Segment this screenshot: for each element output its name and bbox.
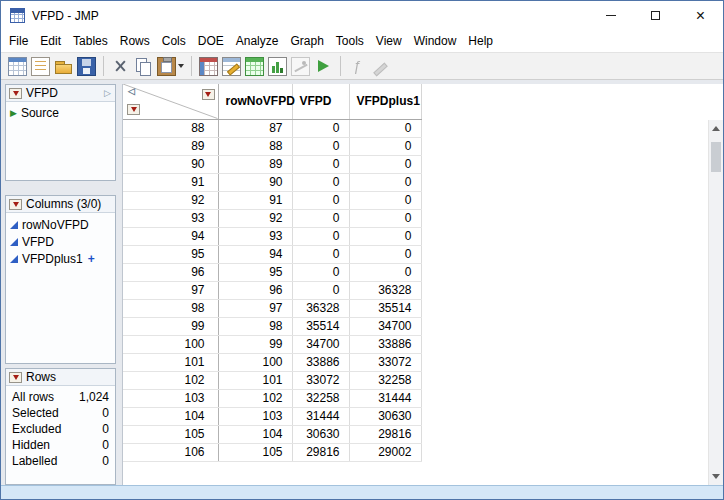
menu-item-edit[interactable]: Edit bbox=[34, 31, 67, 51]
data-cell[interactable]: 93 bbox=[218, 227, 292, 245]
scroll-up-button[interactable] bbox=[709, 121, 723, 136]
data-cell[interactable]: 35514 bbox=[349, 299, 421, 317]
menu-item-window[interactable]: Window bbox=[408, 31, 463, 51]
menu-item-rows[interactable]: Rows bbox=[114, 31, 156, 51]
data-cell[interactable]: 0 bbox=[292, 245, 349, 263]
data-cell[interactable]: 0 bbox=[292, 155, 349, 173]
data-cell[interactable]: 34700 bbox=[349, 317, 421, 335]
data-cell[interactable]: 32258 bbox=[292, 389, 349, 407]
row-number-cell[interactable]: 103 bbox=[123, 389, 218, 407]
row-number-cell[interactable]: 99 bbox=[123, 317, 218, 335]
paste-icon[interactable] bbox=[157, 57, 176, 76]
title-bar[interactable]: VFPD - JMP × bbox=[1, 1, 723, 30]
row-number-cell[interactable]: 93 bbox=[123, 209, 218, 227]
data-cell[interactable]: 0 bbox=[349, 155, 421, 173]
data-cell[interactable]: 101 bbox=[218, 371, 292, 389]
data-cell[interactable]: 99 bbox=[218, 335, 292, 353]
maximize-button[interactable] bbox=[633, 1, 678, 30]
cut-icon[interactable] bbox=[111, 57, 130, 76]
column-item[interactable]: rowNoVFPD bbox=[8, 216, 113, 233]
data-cell[interactable]: 0 bbox=[292, 281, 349, 299]
table-row[interactable]: 939200 bbox=[123, 209, 723, 227]
data-cell[interactable]: 0 bbox=[292, 119, 349, 137]
data-cell[interactable]: 95 bbox=[218, 263, 292, 281]
row-number-cell[interactable]: 95 bbox=[123, 245, 218, 263]
column-header-2[interactable]: VFPD bbox=[292, 84, 349, 119]
data-cell[interactable]: 0 bbox=[292, 263, 349, 281]
formula-icon[interactable] bbox=[348, 57, 367, 76]
import-grid-icon[interactable] bbox=[245, 57, 264, 76]
menu-item-graph[interactable]: Graph bbox=[284, 31, 329, 51]
table-row[interactable]: 99983551434700 bbox=[123, 317, 723, 335]
paste-dropdown-icon[interactable] bbox=[178, 64, 184, 68]
data-cell[interactable]: 90 bbox=[218, 173, 292, 191]
table-row[interactable]: 1031023225831444 bbox=[123, 389, 723, 407]
data-cell[interactable]: 29816 bbox=[349, 425, 421, 443]
scroll-down-button[interactable] bbox=[709, 469, 723, 484]
data-cell[interactable]: 31444 bbox=[349, 389, 421, 407]
menu-item-doe[interactable]: DOE bbox=[192, 31, 230, 51]
data-cell[interactable]: 96 bbox=[218, 281, 292, 299]
row-number-cell[interactable]: 105 bbox=[123, 425, 218, 443]
vertical-scrollbar[interactable] bbox=[708, 120, 723, 485]
data-cell[interactable]: 0 bbox=[349, 263, 421, 281]
table-row[interactable]: 898800 bbox=[123, 137, 723, 155]
annotate-icon[interactable] bbox=[371, 57, 390, 76]
table-row[interactable]: 1061052981629002 bbox=[123, 443, 723, 461]
data-table-icon[interactable] bbox=[199, 57, 218, 76]
data-cell[interactable]: 105 bbox=[218, 443, 292, 461]
data-cell[interactable]: 33886 bbox=[349, 335, 421, 353]
source-disclosure-icon[interactable]: ▶ bbox=[10, 109, 17, 118]
data-cell[interactable]: 33886 bbox=[292, 353, 349, 371]
save-icon[interactable] bbox=[77, 57, 96, 76]
panel-expand-icon[interactable]: ▷ bbox=[104, 88, 111, 98]
data-cell[interactable]: 0 bbox=[292, 173, 349, 191]
columns-red-triangle-icon[interactable] bbox=[9, 199, 22, 210]
data-cell[interactable]: 0 bbox=[349, 173, 421, 191]
data-cell[interactable]: 0 bbox=[349, 209, 421, 227]
data-cell[interactable]: 104 bbox=[218, 425, 292, 443]
row-number-cell[interactable]: 102 bbox=[123, 371, 218, 389]
menu-item-analyze[interactable]: Analyze bbox=[230, 31, 285, 51]
table-row[interactable]: 929100 bbox=[123, 191, 723, 209]
menu-item-cols[interactable]: Cols bbox=[156, 31, 192, 51]
table-row[interactable]: 100993470033886 bbox=[123, 335, 723, 353]
data-cell[interactable]: 0 bbox=[349, 137, 421, 155]
minimize-button[interactable] bbox=[588, 1, 633, 30]
close-button[interactable]: × bbox=[678, 1, 723, 30]
edit-table-icon[interactable] bbox=[222, 57, 241, 76]
data-cell[interactable]: 35514 bbox=[292, 317, 349, 335]
table-row[interactable]: 949300 bbox=[123, 227, 723, 245]
source-item[interactable]: ▶ Source bbox=[8, 105, 113, 121]
column-header-1[interactable]: rowNoVFPD bbox=[218, 84, 292, 119]
columns-menu-red-triangle-icon[interactable] bbox=[202, 89, 215, 100]
row-number-cell[interactable]: 91 bbox=[123, 173, 218, 191]
data-cell[interactable]: 33072 bbox=[292, 371, 349, 389]
table-row[interactable]: 969500 bbox=[123, 263, 723, 281]
data-cell[interactable]: 30630 bbox=[349, 407, 421, 425]
data-cell[interactable]: 102 bbox=[218, 389, 292, 407]
data-cell[interactable]: 0 bbox=[292, 209, 349, 227]
row-number-cell[interactable]: 98 bbox=[123, 299, 218, 317]
data-cell[interactable]: 87 bbox=[218, 119, 292, 137]
table-row[interactable]: 888700 bbox=[123, 119, 723, 137]
table-row[interactable]: 9796036328 bbox=[123, 281, 723, 299]
row-number-cell[interactable]: 96 bbox=[123, 263, 218, 281]
column-item[interactable]: VFPD bbox=[8, 233, 113, 250]
data-cell[interactable]: 32258 bbox=[349, 371, 421, 389]
menu-item-help[interactable]: Help bbox=[462, 31, 499, 51]
data-cell[interactable]: 92 bbox=[218, 209, 292, 227]
row-number-cell[interactable]: 89 bbox=[123, 137, 218, 155]
data-cell[interactable]: 30630 bbox=[292, 425, 349, 443]
table-row[interactable]: 98973632835514 bbox=[123, 299, 723, 317]
menu-item-tables[interactable]: Tables bbox=[67, 31, 114, 51]
copy-icon[interactable] bbox=[134, 57, 153, 76]
data-cell[interactable]: 0 bbox=[349, 227, 421, 245]
data-cell[interactable]: 36328 bbox=[292, 299, 349, 317]
table-row[interactable]: 1051043063029816 bbox=[123, 425, 723, 443]
data-cell[interactable]: 0 bbox=[349, 191, 421, 209]
data-cell[interactable]: 89 bbox=[218, 155, 292, 173]
data-cell[interactable]: 0 bbox=[292, 227, 349, 245]
menu-item-file[interactable]: File bbox=[3, 31, 34, 51]
table-row[interactable]: 959400 bbox=[123, 245, 723, 263]
